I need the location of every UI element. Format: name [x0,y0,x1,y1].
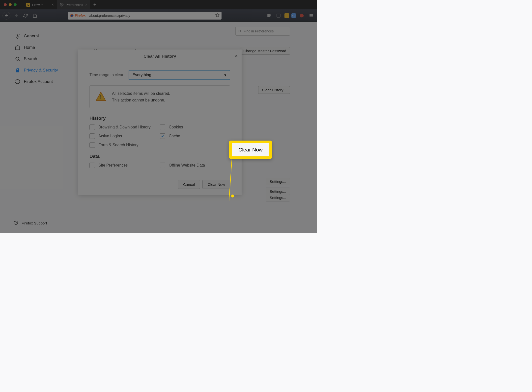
checkbox[interactable] [160,163,165,168]
preferences-sidebar: General Home Search Privacy & Security F… [0,22,74,233]
new-tab-button[interactable]: + [90,0,99,9]
sidebar-footer-support[interactable]: Firefox Support [14,220,47,226]
check-label: Form & Search History [98,143,139,147]
check-offline-data[interactable]: Offline Website Data [160,163,230,168]
check-label: Active Logins [98,134,122,138]
checkbox[interactable] [89,163,95,168]
svg-line-12 [19,60,20,61]
check-active-logins[interactable]: Active Logins [89,133,160,139]
clear-history-button[interactable]: Clear History... [258,86,290,94]
sidebar-item-label: Search [24,56,37,61]
warning-icon: ! [95,91,107,102]
cancel-button[interactable]: Cancel [178,180,200,189]
annotation-callout: Clear Now [229,141,272,159]
dialog-title: Clear All History × [78,49,242,63]
close-tab-icon[interactable]: × [85,2,87,7]
traffic-lights [0,3,20,6]
sidebar-item-privacy[interactable]: Privacy & Security [12,65,74,76]
window-titlebar: L Lifewire × Preferences × + [0,0,317,9]
history-heading: History [89,116,230,121]
sidebar-item-label: Privacy & Security [24,68,58,73]
sidebar-icon[interactable] [275,12,282,19]
sidebar-item-home[interactable]: Home [12,42,74,53]
chevron-down-icon: ▾ [224,73,226,77]
time-range-label: Time range to clear: [89,73,125,77]
checkbox[interactable] [89,133,95,139]
home-button[interactable] [31,12,39,19]
check-form-search[interactable]: Form & Search History [89,142,160,148]
sidebar-item-account[interactable]: Firefox Account [12,76,74,87]
url-bar[interactable]: Firefox about:preferences#privacy [68,12,222,20]
time-range-row: Time range to clear: Everything ▾ [89,70,230,80]
svg-text:!: ! [100,94,102,100]
reload-button[interactable] [22,12,29,19]
search-icon [15,56,20,62]
warning-line1: All selected items will be cleared. [112,90,170,97]
extension-icon-face[interactable]: •‿• [291,13,296,18]
checkbox[interactable] [160,124,165,130]
bookmark-star-icon[interactable] [215,13,220,18]
sidebar-item-search[interactable]: Search [12,53,74,65]
check-label: Cache [169,134,180,138]
sync-icon [15,79,20,84]
svg-point-11 [16,57,19,60]
forward-button[interactable] [12,12,20,19]
sidebar-item-label: Firefox Account [24,79,53,84]
data-heading: Data [89,154,230,159]
check-cookies[interactable]: Cookies [160,124,230,130]
url-text: about:preferences#privacy [87,14,130,18]
extension-icon-red[interactable] [298,12,305,19]
close-window-button[interactable] [4,3,7,6]
svg-line-16 [240,32,241,32]
back-button[interactable] [2,12,10,20]
close-tab-icon[interactable]: × [52,2,54,7]
library-icon[interactable] [266,12,273,19]
maximize-window-button[interactable] [14,3,17,6]
search-placeholder: Find in Preferences [244,29,274,33]
brand-label: Firefox [75,14,85,17]
dialog-title-text: Clear All History [143,54,176,59]
callout-clear-now: Clear Now [232,143,269,156]
settings-button-extra[interactable]: Settings... [266,194,290,201]
check-browsing-history[interactable]: Browsing & Download History [89,124,160,130]
menu-button[interactable] [308,12,315,19]
check-label: Cookies [169,125,183,129]
sidebar-item-label: Home [24,45,35,50]
check-site-preferences[interactable]: Site Preferences [89,163,160,168]
change-master-password-button[interactable]: Change Master Password [240,47,290,55]
checkbox-checked[interactable]: ✓ [160,133,165,139]
gear-icon [60,3,64,7]
dialog-body: Time range to clear: Everything ▾ ! All … [78,63,242,180]
dialog-close-button[interactable]: × [235,53,238,59]
minimize-window-button[interactable] [9,3,12,6]
tab-lifewire[interactable]: L Lifewire × [23,0,57,9]
search-icon [238,29,242,33]
dialog-footer: Cancel Clear Now [78,180,242,195]
warning-line2: This action cannot be undone. [112,97,170,103]
checkbox[interactable] [89,142,95,148]
check-cache[interactable]: ✓ Cache [160,133,230,139]
svg-rect-4 [277,14,280,17]
sidebar-item-label: General [24,34,39,39]
support-link-label: Firefox Support [22,221,47,225]
svg-point-0 [61,4,62,5]
tab-preferences[interactable]: Preferences × [57,0,90,9]
lock-icon [15,68,20,73]
navigation-toolbar: Firefox about:preferences#privacy •‿• [0,9,317,22]
checkbox[interactable] [89,124,95,130]
clear-now-button[interactable]: Clear Now [202,180,230,189]
check-label: Browsing & Download History [98,125,151,129]
warning-text: All selected items will be cleared. This… [112,90,170,103]
time-range-value: Everything [133,73,151,77]
time-range-select[interactable]: Everything ▾ [129,70,230,80]
extension-icon-yellow[interactable] [284,13,289,18]
tab-label: Preferences [66,3,83,7]
home-icon [15,45,20,50]
callout-dot [231,195,234,197]
clear-history-dialog: Clear All History × Time range to clear:… [78,49,242,195]
camera-settings-button[interactable]: Settings... [266,178,290,185]
svg-point-2 [71,15,73,17]
sidebar-item-general[interactable]: General [12,30,74,42]
find-in-preferences[interactable]: Find in Preferences [235,27,290,36]
callout-highlight-box: Clear Now [229,141,272,159]
